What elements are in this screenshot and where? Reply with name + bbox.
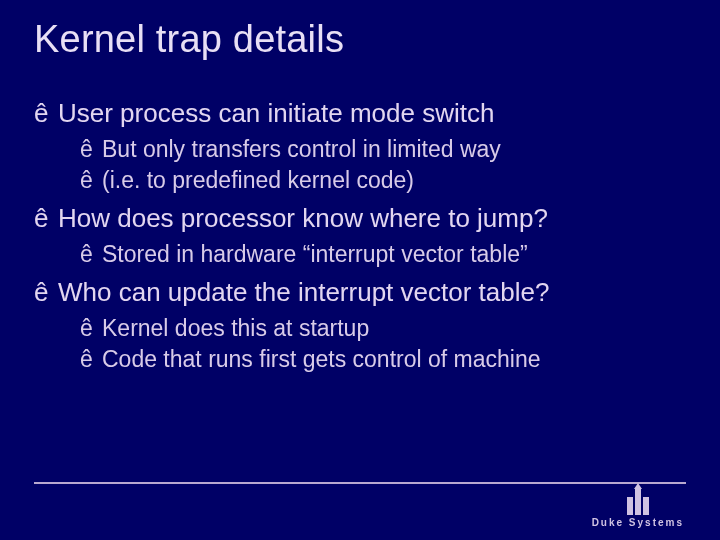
bullet-text: Who can update the interrupt vector tabl…: [58, 277, 549, 307]
bullet-text: Stored in hardware “interrupt vector tab…: [102, 241, 528, 267]
bullet-text: But only transfers control in limited wa…: [102, 136, 501, 162]
list-item: Code that runs first gets control of mac…: [58, 344, 686, 375]
bullet-text: Code that runs first gets control of mac…: [102, 346, 541, 372]
list-item: Stored in hardware “interrupt vector tab…: [58, 239, 686, 270]
slide-title: Kernel trap details: [34, 18, 686, 61]
bullet-text: How does processor know where to jump?: [58, 203, 548, 233]
list-item: Who can update the interrupt vector tabl…: [34, 276, 686, 375]
bullet-text: Kernel does this at startup: [102, 315, 369, 341]
bullet-text: User process can initiate mode switch: [58, 98, 494, 128]
sub-list: Stored in hardware “interrupt vector tab…: [58, 239, 686, 270]
sub-list: Kernel does this at startup Code that ru…: [58, 313, 686, 375]
sub-list: But only transfers control in limited wa…: [58, 134, 686, 196]
brand-logo: Duke Systems: [592, 489, 684, 528]
list-item: Kernel does this at startup: [58, 313, 686, 344]
bullet-text: (i.e. to predefined kernel code): [102, 167, 414, 193]
logo-icon: [627, 489, 649, 515]
bullet-list: User process can initiate mode switch Bu…: [34, 97, 686, 375]
list-item: How does processor know where to jump? S…: [34, 202, 686, 270]
slide: Kernel trap details User process can ini…: [0, 0, 720, 540]
list-item: But only transfers control in limited wa…: [58, 134, 686, 165]
divider: [34, 482, 686, 484]
list-item: User process can initiate mode switch Bu…: [34, 97, 686, 196]
list-item: (i.e. to predefined kernel code): [58, 165, 686, 196]
brand-text: Duke Systems: [592, 517, 684, 528]
